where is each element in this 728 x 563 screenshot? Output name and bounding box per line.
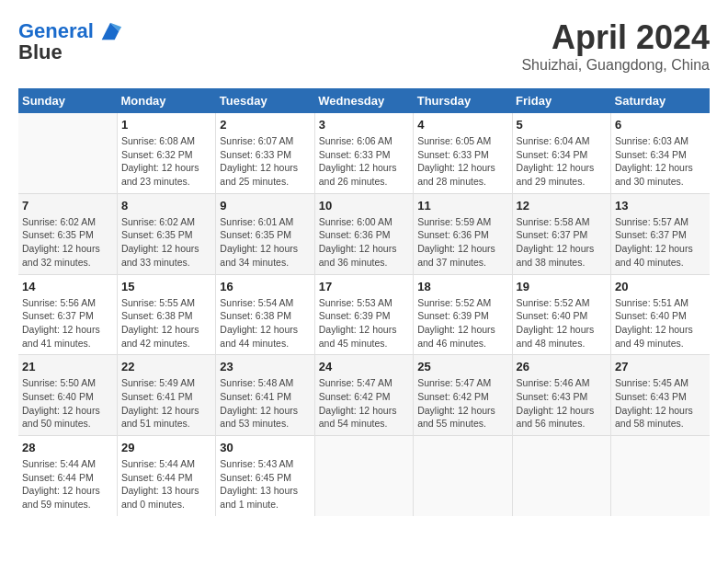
day-number: 17 xyxy=(319,280,409,293)
logo-icon xyxy=(97,18,123,44)
calendar-cell: 20Sunrise: 5:51 AM Sunset: 6:40 PM Dayli… xyxy=(611,274,710,355)
day-number: 18 xyxy=(417,280,507,293)
day-info: Sunrise: 5:52 AM Sunset: 6:40 PM Dayligh… xyxy=(517,296,607,350)
day-number: 14 xyxy=(22,280,113,293)
calendar-cell: 11Sunrise: 5:59 AM Sunset: 6:36 PM Dayli… xyxy=(414,193,512,274)
week-row-1: 1Sunrise: 6:08 AM Sunset: 6:32 PM Daylig… xyxy=(18,113,710,193)
day-number: 2 xyxy=(220,118,310,132)
calendar-cell: 15Sunrise: 5:55 AM Sunset: 6:38 PM Dayli… xyxy=(117,274,215,355)
calendar-cell xyxy=(512,436,610,516)
day-number: 5 xyxy=(517,118,607,132)
day-info: Sunrise: 5:47 AM Sunset: 6:42 PM Dayligh… xyxy=(417,376,507,431)
calendar-cell: 16Sunrise: 5:54 AM Sunset: 6:38 PM Dayli… xyxy=(216,274,314,355)
day-info: Sunrise: 5:49 AM Sunset: 6:41 PM Dayligh… xyxy=(121,376,211,431)
week-row-4: 21Sunrise: 5:50 AM Sunset: 6:40 PM Dayli… xyxy=(18,355,710,436)
calendar-cell: 26Sunrise: 5:46 AM Sunset: 6:43 PM Dayli… xyxy=(512,355,610,436)
calendar-cell: 30Sunrise: 5:43 AM Sunset: 6:45 PM Dayli… xyxy=(216,436,314,516)
day-info: Sunrise: 5:55 AM Sunset: 6:38 PM Dayligh… xyxy=(121,296,211,350)
day-info: Sunrise: 5:54 AM Sunset: 6:38 PM Dayligh… xyxy=(220,296,310,350)
day-info: Sunrise: 6:03 AM Sunset: 6:34 PM Dayligh… xyxy=(615,134,706,189)
day-info: Sunrise: 6:05 AM Sunset: 6:33 PM Dayligh… xyxy=(417,134,507,189)
calendar-cell: 19Sunrise: 5:52 AM Sunset: 6:40 PM Dayli… xyxy=(512,274,610,355)
calendar-body: 1Sunrise: 6:08 AM Sunset: 6:32 PM Daylig… xyxy=(18,113,710,516)
day-number: 6 xyxy=(615,118,706,132)
calendar-cell: 28Sunrise: 5:44 AM Sunset: 6:44 PM Dayli… xyxy=(18,436,117,516)
calendar-header: SundayMondayTuesdayWednesdayThursdayFrid… xyxy=(18,88,710,113)
day-info: Sunrise: 6:00 AM Sunset: 6:36 PM Dayligh… xyxy=(319,215,409,270)
day-info: Sunrise: 6:02 AM Sunset: 6:35 PM Dayligh… xyxy=(121,215,211,270)
day-number: 15 xyxy=(121,280,211,293)
calendar-cell: 24Sunrise: 5:47 AM Sunset: 6:42 PM Dayli… xyxy=(314,355,413,436)
day-info: Sunrise: 6:04 AM Sunset: 6:34 PM Dayligh… xyxy=(517,134,607,189)
day-number: 11 xyxy=(417,199,507,213)
day-number: 3 xyxy=(319,118,409,132)
calendar-cell: 22Sunrise: 5:49 AM Sunset: 6:41 PM Dayli… xyxy=(117,355,215,436)
weekday-header-wednesday: Wednesday xyxy=(314,88,413,113)
day-number: 16 xyxy=(220,280,310,293)
calendar-cell: 8Sunrise: 6:02 AM Sunset: 6:35 PM Daylig… xyxy=(117,193,215,274)
day-number: 8 xyxy=(121,199,211,213)
day-number: 23 xyxy=(220,360,310,373)
calendar-cell: 9Sunrise: 6:01 AM Sunset: 6:35 PM Daylig… xyxy=(216,193,314,274)
day-number: 7 xyxy=(22,199,113,213)
day-info: Sunrise: 6:06 AM Sunset: 6:33 PM Dayligh… xyxy=(319,134,409,189)
day-number: 28 xyxy=(22,441,113,454)
calendar-cell: 23Sunrise: 5:48 AM Sunset: 6:41 PM Dayli… xyxy=(216,355,314,436)
day-number: 20 xyxy=(615,280,706,293)
calendar-cell: 10Sunrise: 6:00 AM Sunset: 6:36 PM Dayli… xyxy=(314,193,413,274)
weekday-header-tuesday: Tuesday xyxy=(216,88,314,113)
day-info: Sunrise: 6:01 AM Sunset: 6:35 PM Dayligh… xyxy=(220,215,310,270)
day-number: 1 xyxy=(121,118,211,132)
day-info: Sunrise: 5:43 AM Sunset: 6:45 PM Dayligh… xyxy=(220,457,310,511)
calendar-cell: 25Sunrise: 5:47 AM Sunset: 6:42 PM Dayli… xyxy=(414,355,512,436)
calendar-cell: 12Sunrise: 5:58 AM Sunset: 6:37 PM Dayli… xyxy=(512,193,610,274)
calendar-cell xyxy=(314,436,413,516)
calendar-cell: 13Sunrise: 5:57 AM Sunset: 6:37 PM Dayli… xyxy=(611,193,710,274)
day-info: Sunrise: 5:48 AM Sunset: 6:41 PM Dayligh… xyxy=(220,376,310,431)
calendar-cell: 6Sunrise: 6:03 AM Sunset: 6:34 PM Daylig… xyxy=(611,113,710,193)
day-number: 22 xyxy=(121,360,211,373)
day-info: Sunrise: 5:56 AM Sunset: 6:37 PM Dayligh… xyxy=(22,296,113,350)
calendar-cell: 7Sunrise: 6:02 AM Sunset: 6:35 PM Daylig… xyxy=(18,193,117,274)
calendar-cell: 5Sunrise: 6:04 AM Sunset: 6:34 PM Daylig… xyxy=(512,113,610,193)
calendar-cell: 3Sunrise: 6:06 AM Sunset: 6:33 PM Daylig… xyxy=(314,113,413,193)
weekday-header-friday: Friday xyxy=(512,88,610,113)
calendar-cell: 2Sunrise: 6:07 AM Sunset: 6:33 PM Daylig… xyxy=(216,113,314,193)
weekday-header-row: SundayMondayTuesdayWednesdayThursdayFrid… xyxy=(18,88,710,113)
calendar-cell: 29Sunrise: 5:44 AM Sunset: 6:44 PM Dayli… xyxy=(117,436,215,516)
calendar-table: SundayMondayTuesdayWednesdayThursdayFrid… xyxy=(18,88,710,516)
day-number: 9 xyxy=(220,199,310,213)
day-number: 13 xyxy=(615,199,706,213)
day-info: Sunrise: 5:50 AM Sunset: 6:40 PM Dayligh… xyxy=(22,376,113,431)
calendar-cell xyxy=(611,436,710,516)
week-row-2: 7Sunrise: 6:02 AM Sunset: 6:35 PM Daylig… xyxy=(18,193,710,274)
day-info: Sunrise: 5:46 AM Sunset: 6:43 PM Dayligh… xyxy=(517,376,607,431)
day-info: Sunrise: 5:44 AM Sunset: 6:44 PM Dayligh… xyxy=(121,457,211,511)
day-number: 4 xyxy=(417,118,507,132)
day-info: Sunrise: 6:07 AM Sunset: 6:33 PM Dayligh… xyxy=(220,134,310,189)
day-info: Sunrise: 6:08 AM Sunset: 6:32 PM Dayligh… xyxy=(121,134,211,189)
day-info: Sunrise: 5:57 AM Sunset: 6:37 PM Dayligh… xyxy=(615,215,706,270)
day-number: 30 xyxy=(220,441,310,454)
weekday-header-sunday: Sunday xyxy=(18,88,117,113)
day-info: Sunrise: 5:52 AM Sunset: 6:39 PM Dayligh… xyxy=(417,296,507,350)
day-info: Sunrise: 5:53 AM Sunset: 6:39 PM Dayligh… xyxy=(319,296,409,350)
day-number: 27 xyxy=(615,360,706,373)
calendar-cell: 14Sunrise: 5:56 AM Sunset: 6:37 PM Dayli… xyxy=(18,274,117,355)
day-info: Sunrise: 5:44 AM Sunset: 6:44 PM Dayligh… xyxy=(22,457,113,511)
week-row-5: 28Sunrise: 5:44 AM Sunset: 6:44 PM Dayli… xyxy=(18,436,710,516)
logo: General Blue xyxy=(18,18,123,64)
page-header: General Blue April 2024 Shuizhai, Guangd… xyxy=(18,18,710,74)
calendar-cell xyxy=(18,113,117,193)
weekday-header-saturday: Saturday xyxy=(611,88,710,113)
day-info: Sunrise: 5:45 AM Sunset: 6:43 PM Dayligh… xyxy=(615,376,706,431)
calendar-cell: 21Sunrise: 5:50 AM Sunset: 6:40 PM Dayli… xyxy=(18,355,117,436)
calendar-cell: 1Sunrise: 6:08 AM Sunset: 6:32 PM Daylig… xyxy=(117,113,215,193)
day-info: Sunrise: 5:47 AM Sunset: 6:42 PM Dayligh… xyxy=(319,376,409,431)
day-number: 24 xyxy=(319,360,409,373)
month-title: April 2024 xyxy=(521,18,710,57)
day-info: Sunrise: 5:51 AM Sunset: 6:40 PM Dayligh… xyxy=(615,296,706,350)
day-info: Sunrise: 5:58 AM Sunset: 6:37 PM Dayligh… xyxy=(517,215,607,270)
day-info: Sunrise: 6:02 AM Sunset: 6:35 PM Dayligh… xyxy=(22,215,113,270)
calendar-cell: 18Sunrise: 5:52 AM Sunset: 6:39 PM Dayli… xyxy=(414,274,512,355)
